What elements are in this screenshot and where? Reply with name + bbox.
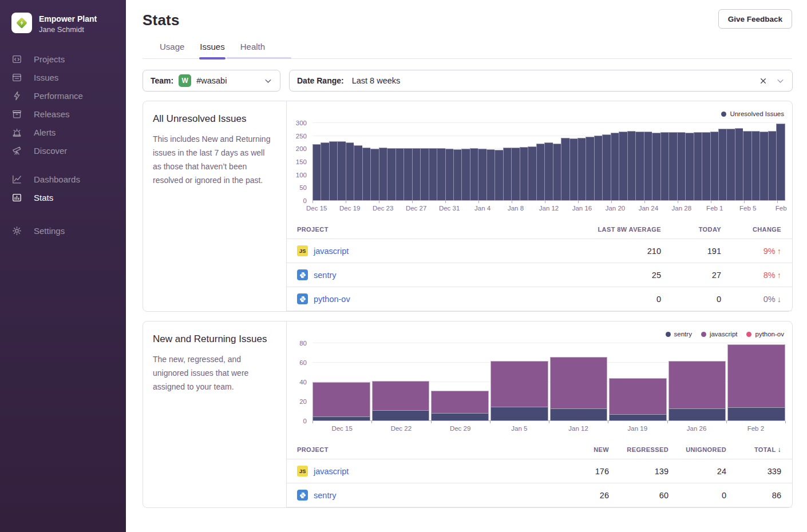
project-link-sentry[interactable]: sentry [314, 271, 337, 280]
discover-icon [11, 145, 22, 156]
change-value: 9%↑ [721, 247, 781, 256]
app-root: Empower Plant Jane Schmidt ProjectsIssue… [0, 0, 807, 532]
legend-javascript[interactable]: javascript [701, 331, 738, 338]
unresolved-bar [337, 141, 345, 201]
legend-unresolved-issues[interactable]: Unresolved Issues [721, 110, 784, 117]
unresolved-bar [362, 148, 370, 201]
legend-python-ov[interactable]: python-ov [746, 331, 784, 338]
unresolved-bar [759, 132, 768, 201]
team-avatar: W [179, 74, 191, 87]
unresolved-chart: Unresolved Issues 050100150200250300 Dec… [287, 101, 792, 215]
tab-issues[interactable]: Issues [199, 37, 225, 58]
team-select[interactable]: Team: W #wasabi [143, 70, 280, 92]
unresolved-bar [751, 131, 759, 201]
unresolved-bar [354, 145, 362, 201]
x-axis-label: Dec 15 [306, 205, 327, 212]
sidebar-item-label: Projects [34, 54, 65, 64]
column-header-regressed[interactable]: REGRESSED [609, 446, 668, 453]
stacked-bar-jan-26 [668, 343, 726, 421]
project-link-python-ov[interactable]: python-ov [314, 295, 350, 304]
sidebar-item-issues[interactable]: Issues [0, 68, 126, 86]
sidebar-item-projects[interactable]: Projects [0, 50, 126, 68]
dashboards-icon [11, 174, 22, 185]
unresolved-panel-body: Unresolved Issues 050100150200250300 Dec… [287, 101, 792, 311]
y-axis-label: 80 [299, 340, 307, 347]
project-cell: python-ov [297, 293, 569, 304]
sidebar-item-settings[interactable]: Settings [0, 221, 126, 240]
column-header-unignored[interactable]: UNIGNORED [668, 446, 726, 453]
regressed-value: 139 [609, 467, 668, 476]
sidebar-item-label: Dashboards [34, 174, 80, 184]
y-axis-label: 50 [299, 184, 307, 191]
arrow-up-icon: ↑ [777, 247, 781, 256]
date-range-label: Date Range: [297, 76, 344, 85]
x-axis-label: Jan 8 [508, 205, 524, 212]
new-value: 176 [546, 467, 609, 476]
project-link-javascript[interactable]: javascript [314, 247, 349, 256]
table-row: python-ov000%↓ [287, 287, 792, 311]
org-info: Empower Plant Jane Schmidt [39, 13, 97, 34]
average-value: 0 [569, 295, 661, 304]
sidebar-item-label: Settings [34, 226, 65, 236]
tab-health[interactable]: Health [240, 37, 266, 58]
sidebar-item-performance[interactable]: Performance [0, 86, 126, 105]
column-header-new[interactable]: NEW [546, 446, 609, 453]
segment-javascript [490, 361, 548, 407]
clear-icon[interactable] [759, 77, 768, 85]
x-axis-label: Jan 5 [511, 425, 527, 432]
user-name: Jane Schmidt [39, 25, 97, 34]
stacked-bar-feb-2 [727, 343, 785, 421]
legend-sentry[interactable]: sentry [666, 331, 692, 338]
give-feedback-button[interactable]: Give Feedback [718, 9, 792, 29]
regressed-value: 60 [609, 491, 668, 500]
unresolved-bars [312, 123, 785, 201]
column-header-project[interactable]: PROJECT [297, 446, 546, 453]
column-header-total[interactable]: TOTAL↓ [726, 446, 781, 454]
x-axis-label: Dec 31 [439, 205, 460, 212]
unresolved-bar [718, 129, 726, 201]
y-axis-label: 150 [296, 158, 307, 165]
unignored-value: 0 [668, 491, 726, 500]
project-link-sentry[interactable]: sentry [314, 491, 337, 500]
new-returning-x-axis: Dec 15Dec 22Dec 29Jan 5Jan 12Jan 19Jan 2… [312, 421, 785, 435]
org-switcher[interactable]: Empower Plant Jane Schmidt [0, 13, 126, 34]
project-link-javascript[interactable]: javascript [314, 467, 349, 476]
chevron-down-icon [776, 77, 785, 85]
filter-bar: Team: W #wasabi Date Range: Last 8 weeks [143, 70, 793, 92]
new-returning-plot [312, 343, 785, 421]
segment-sentry [490, 407, 548, 422]
unresolved-bar [437, 148, 445, 201]
unresolved-bar [635, 132, 643, 201]
sidebar-item-alerts[interactable]: Alerts [0, 123, 126, 141]
x-axis-label: Dec 23 [373, 205, 393, 212]
change-value: 8%↑ [721, 271, 781, 280]
tab-usage[interactable]: Usage [159, 37, 185, 58]
x-axis-tick [478, 201, 479, 203]
x-axis-label: Dec 29 [450, 425, 470, 432]
legend-label: Unresolved Issues [730, 110, 784, 117]
sidebar: Empower Plant Jane Schmidt ProjectsIssue… [0, 0, 126, 532]
sidebar-item-label: Releases [34, 109, 70, 119]
x-axis-label: Jan 16 [572, 205, 592, 212]
unresolved-chart-body: 050100150200250300 [288, 123, 785, 201]
arrow-up-icon: ↑ [777, 271, 781, 280]
unresolved-bar [735, 128, 743, 201]
segment-sentry [550, 408, 608, 421]
unresolved-bar [776, 124, 785, 201]
x-axis-tick [490, 421, 490, 423]
x-axis-label: Jan 19 [628, 425, 648, 432]
new-returning-y-axis: 020406080 [288, 343, 312, 421]
legend-label: javascript [710, 331, 738, 338]
sidebar-item-stats[interactable]: Stats [0, 188, 126, 207]
sidebar-item-discover[interactable]: Discover [0, 141, 126, 160]
sidebar-item-label: Alerts [34, 128, 56, 137]
total-value: 339 [726, 467, 781, 476]
new-returning-panel-description: The new, regressed, and unignored issues… [153, 352, 275, 394]
new-returning-panel-info: New and Returning Issues The new, regres… [143, 321, 287, 507]
sidebar-item-releases[interactable]: Releases [0, 105, 126, 123]
segment-javascript [372, 381, 430, 410]
sidebar-item-dashboards[interactable]: Dashboards [0, 170, 126, 188]
x-axis-tick [412, 201, 413, 203]
sort-desc-icon: ↓ [778, 446, 781, 454]
date-range-select[interactable]: Date Range: Last 8 weeks [289, 70, 793, 92]
